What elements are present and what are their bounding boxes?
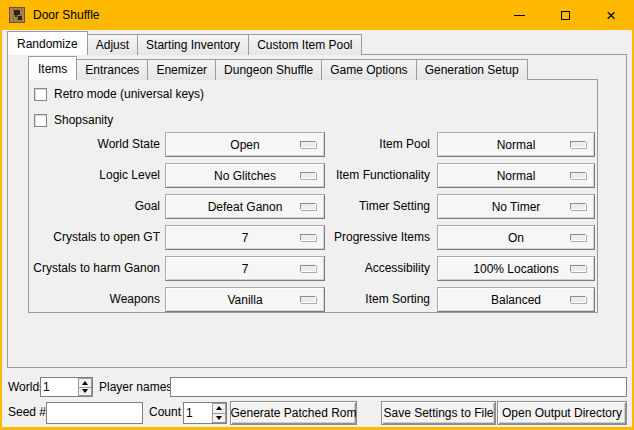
maximize-button[interactable]	[542, 0, 588, 30]
item-sorting-label: Item Sorting	[292, 287, 430, 312]
close-icon: ×	[606, 7, 616, 24]
checkbox-box-icon[interactable]	[34, 114, 47, 127]
window-title: Door Shuffle	[33, 0, 100, 30]
logic-level-label: Logic Level	[22, 163, 160, 188]
item-sorting-dropdown[interactable]: Balanced	[437, 287, 595, 312]
app-window: Door Shuffle × Randomize Adjust Starting…	[0, 0, 634, 430]
menu-indicator-icon	[570, 203, 586, 210]
world-state-value: Open	[230, 138, 259, 152]
item-functionality-value: Normal	[497, 169, 536, 183]
tab-items[interactable]: Items	[28, 56, 77, 80]
seed-label: Seed #	[8, 401, 46, 424]
player-names-label: Player names	[99, 377, 172, 397]
client-area: Randomize Adjust Starting Inventory Cust…	[2, 30, 632, 427]
close-button[interactable]: ×	[588, 0, 634, 30]
tab-adjust[interactable]: Adjust	[87, 34, 138, 55]
tab-randomize[interactable]: Randomize	[7, 31, 88, 55]
maximize-icon	[561, 11, 570, 20]
item-functionality-label: Item Functionality	[292, 163, 430, 188]
goal-value: Defeat Ganon	[208, 200, 283, 214]
count-spinbox[interactable]	[183, 402, 227, 424]
weapons-value: Vanilla	[227, 293, 262, 307]
item-pool-value: Normal	[497, 138, 536, 152]
door-icon	[9, 7, 25, 23]
menu-indicator-icon	[570, 172, 586, 179]
minimize-button[interactable]	[496, 0, 542, 30]
spin-down-icon[interactable]	[78, 388, 92, 397]
tab-dungeon-shuffle[interactable]: Dungeon Shuffle	[215, 59, 322, 80]
tab-generation-setup[interactable]: Generation Setup	[416, 59, 528, 80]
save-settings-button[interactable]: Save Settings to File	[381, 401, 496, 425]
tab-custom-item-pool[interactable]: Custom Item Pool	[248, 34, 361, 55]
timer-setting-value: No Timer	[492, 200, 541, 214]
main-tab-bar: Randomize Adjust Starting Inventory Cust…	[7, 32, 361, 55]
seed-input[interactable]	[46, 402, 143, 424]
tab-starting-inventory[interactable]: Starting Inventory	[137, 34, 249, 55]
retro-mode-checkbox[interactable]: Retro mode (universal keys)	[34, 87, 204, 101]
tab-entrances[interactable]: Entrances	[76, 59, 148, 80]
spin-down-icon[interactable]	[212, 414, 226, 424]
checkbox-box-icon[interactable]	[34, 88, 47, 101]
menu-indicator-icon	[570, 265, 586, 272]
accessibility-dropdown[interactable]: 100% Locations	[437, 256, 595, 281]
open-output-directory-button[interactable]: Open Output Directory	[497, 401, 627, 425]
count-input[interactable]	[184, 403, 212, 423]
player-names-input[interactable]	[170, 377, 627, 397]
spin-up-icon[interactable]	[212, 403, 226, 414]
timer-setting-dropdown[interactable]: No Timer	[437, 194, 595, 219]
tab-game-options[interactable]: Game Options	[321, 59, 416, 80]
logic-level-value: No Glitches	[214, 169, 276, 183]
crystals-open-gt-label: Crystals to open GT	[22, 225, 160, 250]
menu-indicator-icon	[570, 141, 586, 148]
progressive-items-value: On	[508, 231, 524, 245]
goal-label: Goal	[22, 194, 160, 219]
tab-enemizer[interactable]: Enemizer	[147, 59, 216, 80]
worlds-spinbox[interactable]	[40, 377, 93, 397]
retro-mode-label: Retro mode (universal keys)	[54, 87, 204, 101]
item-functionality-dropdown[interactable]: Normal	[437, 163, 595, 188]
title-bar[interactable]: Door Shuffle ×	[0, 0, 634, 30]
world-state-label: World State	[22, 132, 160, 157]
spin-up-icon[interactable]	[78, 378, 92, 388]
crystals-harm-ganon-value: 7	[242, 262, 249, 276]
worlds-input[interactable]	[41, 378, 78, 396]
item-pool-dropdown[interactable]: Normal	[437, 132, 595, 157]
minimize-icon	[514, 15, 525, 16]
generate-patched-rom-button[interactable]: Generate Patched Rom	[230, 401, 357, 425]
timer-setting-label: Timer Setting	[292, 194, 430, 219]
weapons-label: Weapons	[22, 287, 160, 312]
accessibility-value: 100% Locations	[473, 262, 558, 276]
item-pool-label: Item Pool	[292, 132, 430, 157]
randomize-sub-tab-bar: Items Entrances Enemizer Dungeon Shuffle…	[28, 57, 527, 80]
accessibility-label: Accessibility	[292, 256, 430, 281]
crystals-open-gt-value: 7	[242, 231, 249, 245]
progressive-items-dropdown[interactable]: On	[437, 225, 595, 250]
shopsanity-checkbox[interactable]: Shopsanity	[34, 113, 113, 127]
shopsanity-label: Shopsanity	[54, 113, 113, 127]
menu-indicator-icon	[570, 296, 586, 303]
item-sorting-value: Balanced	[491, 293, 541, 307]
crystals-harm-ganon-label: Crystals to harm Ganon	[12, 256, 160, 281]
progressive-items-label: Progressive Items	[292, 225, 430, 250]
menu-indicator-icon	[570, 234, 586, 241]
count-label: Count	[149, 401, 181, 424]
